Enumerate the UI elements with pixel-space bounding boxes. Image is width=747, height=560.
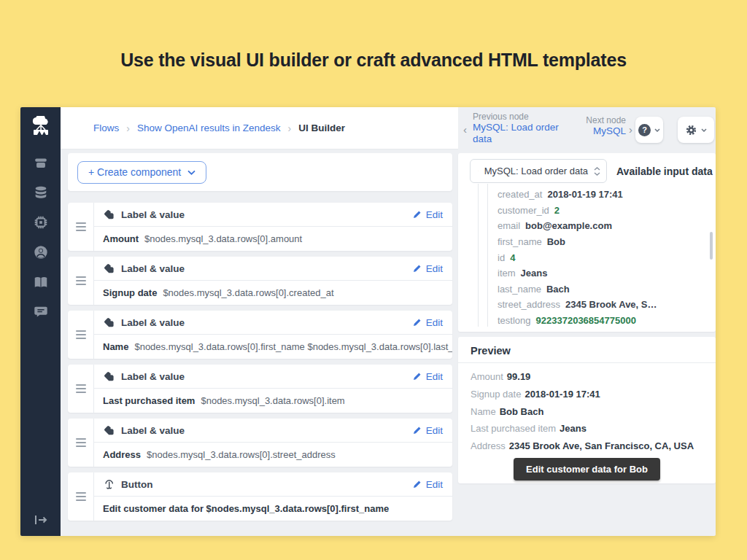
create-component-label: + Create component xyxy=(88,166,181,178)
component-card: Label & value Edit Name $nodes.mysql_3.d… xyxy=(68,311,452,359)
input-data-rows: created_at2018-01-19 17:41 customer_id2 … xyxy=(498,187,703,328)
chip-icon xyxy=(33,214,49,230)
tray-box-icon xyxy=(33,155,49,171)
preview-header: Preview xyxy=(471,345,511,357)
app-logo-icon xyxy=(30,116,52,136)
drag-handle-icon xyxy=(76,384,86,393)
input-source-label: MySQL: Load order data xyxy=(484,166,588,176)
preview-edit-customer-button[interactable]: Edit customer data for Bob xyxy=(514,458,660,481)
input-source-select[interactable]: MySQL MySQL: Load order data xyxy=(470,159,607,183)
help-menu-button[interactable]: ? xyxy=(635,117,663,143)
component-expression: $nodes.mysql_3.data.rows[0].created_at xyxy=(163,287,333,298)
pencil-icon xyxy=(413,210,422,219)
drag-handle-icon xyxy=(76,492,86,501)
sidebar-item-projects[interactable] xyxy=(32,154,50,171)
edit-component-button[interactable]: Edit xyxy=(413,479,443,490)
component-type-label: Label & value xyxy=(121,371,185,382)
pencil-icon xyxy=(413,318,422,327)
edit-component-button[interactable]: Edit xyxy=(413,317,443,328)
next-node-link[interactable]: MySQL xyxy=(553,125,626,137)
input-data-row[interactable]: itemJeans xyxy=(498,265,703,281)
component-expression: $nodes.mysql_3.data.rows[0].item xyxy=(201,395,344,406)
sidebar-item-connectors[interactable] xyxy=(32,214,50,231)
tree-indent-guide xyxy=(478,184,479,327)
chevron-down-icon xyxy=(701,128,707,132)
preview-row: Signup date2018-01-19 17:41 xyxy=(471,386,705,403)
sidebar-collapse-icon[interactable] xyxy=(20,514,61,526)
tag-icon xyxy=(104,209,115,220)
select-sorter-icon xyxy=(594,167,600,176)
drag-handle[interactable] xyxy=(68,257,94,305)
component-type-label: Label & value xyxy=(121,209,185,220)
input-data-row[interactable]: street_address2345 Brook Ave, S… xyxy=(498,297,703,313)
pencil-icon xyxy=(413,480,422,489)
scrollbar[interactable] xyxy=(710,232,713,260)
svg-text:MySQL: MySQL xyxy=(477,171,479,171)
drag-handle[interactable] xyxy=(68,203,94,251)
drag-handle[interactable] xyxy=(68,365,94,413)
component-type-label: Label & value xyxy=(121,317,185,328)
create-component-panel: + Create component xyxy=(68,153,452,191)
question-mark-icon: ? xyxy=(638,124,651,136)
gear-icon xyxy=(685,124,697,136)
component-card: Label & value Edit Last purchased item $… xyxy=(68,365,452,413)
component-card: Label & value Edit Signup date $nodes.my… xyxy=(68,257,452,305)
breadcrumb-flows-link[interactable]: Flows xyxy=(93,122,119,133)
pencil-icon xyxy=(413,264,422,273)
pencil-icon xyxy=(413,372,422,381)
drag-handle[interactable] xyxy=(68,419,94,467)
chevron-right-icon: › xyxy=(629,123,632,136)
component-expression: $nodes.mysql_3.data.rows[0].amount xyxy=(144,233,302,244)
settings-menu-button[interactable] xyxy=(678,117,714,143)
tag-icon xyxy=(104,425,115,436)
component-label: Edit customer data for $nodes.mysql_3.da… xyxy=(103,503,389,514)
input-data-row[interactable]: first_nameBob xyxy=(498,234,703,250)
drag-handle-icon xyxy=(76,276,86,285)
component-type-label: Label & value xyxy=(121,425,185,436)
drag-handle-icon xyxy=(76,330,86,339)
app-window: Flows › Show OpenAI results in Zendesk ›… xyxy=(20,107,716,536)
previous-node-link[interactable]: MySQL: Load order data xyxy=(473,122,559,145)
preview-row: Address2345 Brook Ave, San Francisco, CA… xyxy=(471,438,705,455)
sidebar-item-account[interactable] xyxy=(32,244,50,261)
component-label: Signup date xyxy=(103,287,157,298)
edit-component-button[interactable]: Edit xyxy=(413,263,443,274)
edit-component-button[interactable]: Edit xyxy=(413,425,443,436)
breadcrumb-flow-link[interactable]: Show OpenAI results in Zendesk xyxy=(137,122,281,133)
breadcrumb: Flows › Show OpenAI results in Zendesk ›… xyxy=(61,107,458,149)
sidebar-item-docs[interactable] xyxy=(32,273,50,291)
input-data-row[interactable]: emailbob@example.com xyxy=(498,218,703,234)
tag-icon xyxy=(104,317,115,328)
drag-handle[interactable] xyxy=(68,311,94,359)
edit-component-button[interactable]: Edit xyxy=(413,371,443,382)
mysql-logo-icon: MySQL xyxy=(477,166,479,176)
preview-rows: Amount99.19 Signup date2018-01-19 17:41 … xyxy=(471,368,705,454)
previous-node-label: Previous node xyxy=(473,112,559,122)
tag-icon xyxy=(104,371,115,382)
chevron-down-icon xyxy=(187,170,196,175)
input-data-row[interactable]: last_nameBach xyxy=(498,281,703,298)
component-card: Button Edit Edit customer data for $node… xyxy=(68,472,452,521)
divider xyxy=(458,362,716,363)
input-data-row[interactable]: testlong9223372036854775000 xyxy=(498,313,703,329)
chevron-down-icon xyxy=(654,128,660,132)
page-title: Use the visual UI builder or craft advan… xyxy=(0,50,747,71)
preview-panel: Preview Amount99.19 Signup date2018-01-1… xyxy=(458,337,716,483)
pencil-icon xyxy=(413,426,422,435)
sidebar-item-support[interactable] xyxy=(32,303,50,321)
create-component-button[interactable]: + Create component xyxy=(77,161,206,184)
component-label: Name xyxy=(103,341,128,352)
breadcrumb-current-page: UI Builder xyxy=(298,122,345,133)
drag-handle[interactable] xyxy=(68,472,94,521)
preview-row: Last purchased itemJeans xyxy=(471,420,705,438)
sidebar-item-data[interactable] xyxy=(32,184,50,201)
edit-component-button[interactable]: Edit xyxy=(413,209,443,220)
user-icon xyxy=(33,244,49,260)
input-data-row[interactable]: id4 xyxy=(498,249,703,265)
tag-icon xyxy=(104,263,115,274)
available-input-data-header: Available input data xyxy=(616,153,713,189)
preview-row: Amount99.19 xyxy=(471,368,705,386)
input-data-row[interactable]: created_at2018-01-19 17:41 xyxy=(498,187,703,203)
breadcrumb-separator-icon: › xyxy=(288,122,292,134)
input-data-row[interactable]: customer_id2 xyxy=(498,203,703,219)
